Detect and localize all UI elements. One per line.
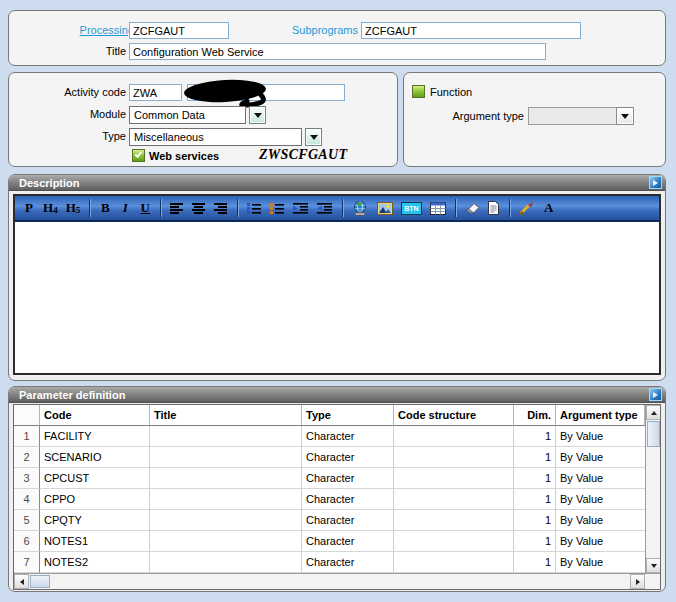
align-left-button[interactable] (167, 198, 187, 218)
cell-code[interactable]: SCENARIO (40, 447, 150, 468)
erase-button[interactable] (462, 198, 483, 218)
cell-dim[interactable]: 1 (514, 531, 556, 552)
cell-code[interactable]: FACILITY (40, 426, 150, 447)
title-input[interactable] (129, 43, 546, 60)
row-number[interactable]: 4 (14, 489, 40, 510)
scroll-left-button[interactable] (14, 574, 29, 589)
cell-dim[interactable]: 1 (514, 510, 556, 531)
cell-dim[interactable]: 1 (514, 426, 556, 447)
activity-panel: Activity code Module Common Data Type Mi… (8, 72, 398, 167)
source-document-button[interactable] (485, 198, 503, 218)
bullet-list-button[interactable] (244, 198, 265, 218)
editor-content-area[interactable] (15, 222, 659, 373)
insert-button-button[interactable]: BTN (398, 198, 424, 218)
cell-code[interactable]: NOTES1 (40, 531, 150, 552)
horizontal-scroll-thumb[interactable] (30, 575, 50, 588)
subprograms-input[interactable] (361, 22, 581, 39)
heading4-sub-label: 4 (53, 205, 58, 215)
cell-code-structure[interactable] (394, 489, 514, 510)
align-right-button[interactable] (211, 198, 231, 218)
module-dropdown-arrow-icon[interactable] (249, 106, 266, 124)
cell-argument-type[interactable]: By Value (556, 531, 645, 552)
cell-code-structure[interactable] (394, 426, 514, 447)
cell-argument-type[interactable]: By Value (556, 552, 645, 573)
horizontal-scroll-track[interactable] (51, 574, 630, 589)
argument-type-select[interactable] (528, 107, 617, 125)
scroll-up-button[interactable] (646, 405, 660, 420)
web-services-checkbox[interactable] (132, 149, 145, 162)
vertical-scroll-track[interactable] (646, 448, 660, 558)
cell-type[interactable]: Character (302, 552, 394, 573)
cell-dim[interactable]: 1 (514, 552, 556, 573)
expand-section-icon[interactable] (649, 176, 662, 189)
horizontal-scrollbar[interactable] (14, 573, 660, 589)
font-color-button[interactable]: A (540, 198, 558, 218)
bold-button[interactable]: B (96, 198, 114, 218)
cell-title[interactable] (150, 489, 302, 510)
paragraph-button[interactable]: P (20, 198, 38, 218)
row-number[interactable]: 6 (14, 531, 40, 552)
cell-type[interactable]: Character (302, 447, 394, 468)
cell-title[interactable] (150, 552, 302, 573)
vertical-scroll-thumb[interactable] (647, 421, 660, 447)
cell-type[interactable]: Character (302, 468, 394, 489)
cell-code-structure[interactable] (394, 531, 514, 552)
cell-title[interactable] (150, 447, 302, 468)
cell-argument-type[interactable]: By Value (556, 447, 645, 468)
argument-type-dropdown-arrow-icon[interactable] (616, 107, 634, 125)
cell-code[interactable]: CPCUST (40, 468, 150, 489)
module-select[interactable]: Common Data (129, 106, 246, 124)
indent-button[interactable] (290, 198, 312, 218)
cell-title[interactable] (150, 468, 302, 489)
scroll-right-button[interactable] (630, 574, 645, 589)
insert-table-button[interactable] (427, 198, 449, 218)
cell-code-structure[interactable] (394, 447, 514, 468)
outdent-button[interactable] (314, 198, 336, 218)
processing-input[interactable] (129, 22, 229, 39)
cell-dim[interactable]: 1 (514, 468, 556, 489)
underline-button[interactable]: U (136, 198, 154, 218)
cell-argument-type[interactable]: By Value (556, 489, 645, 510)
cell-title[interactable] (150, 426, 302, 447)
cell-type[interactable]: Character (302, 489, 394, 510)
numbered-list-button[interactable] (267, 198, 288, 218)
type-dropdown-arrow-icon[interactable] (305, 128, 322, 146)
row-number[interactable]: 3 (14, 468, 40, 489)
function-checkbox[interactable] (412, 85, 425, 98)
cell-code[interactable]: CPQTY (40, 510, 150, 531)
cell-title[interactable] (150, 531, 302, 552)
cell-code[interactable]: CPPO (40, 489, 150, 510)
processing-link[interactable]: Processing (49, 24, 134, 36)
parameters-section-title: Parameter definition (19, 389, 125, 401)
cell-dim[interactable]: 1 (514, 447, 556, 468)
cell-code-structure[interactable] (394, 468, 514, 489)
cell-code-structure[interactable] (394, 552, 514, 573)
cell-type[interactable]: Character (302, 426, 394, 447)
type-select[interactable]: Miscellaneous (129, 128, 302, 146)
row-number[interactable]: 2 (14, 447, 40, 468)
row-number[interactable]: 7 (14, 552, 40, 573)
subprograms-link[interactable]: Subprograms (274, 24, 358, 36)
insert-link-button[interactable] (349, 198, 372, 218)
activity-code-input[interactable] (129, 84, 182, 101)
cell-type[interactable]: Character (302, 531, 394, 552)
expand-section-icon[interactable] (649, 388, 662, 401)
cell-code[interactable]: NOTES2 (40, 552, 150, 573)
heading5-button[interactable]: H5 (63, 198, 84, 218)
heading4-button[interactable]: H4 (40, 198, 61, 218)
cell-type[interactable]: Character (302, 510, 394, 531)
align-center-button[interactable] (189, 198, 209, 218)
scroll-down-button[interactable] (646, 558, 660, 573)
format-paint-button[interactable] (516, 198, 538, 218)
vertical-scrollbar[interactable] (645, 405, 660, 573)
italic-button[interactable]: I (116, 198, 134, 218)
cell-dim[interactable]: 1 (514, 489, 556, 510)
row-number[interactable]: 5 (14, 510, 40, 531)
row-number[interactable]: 1 (14, 426, 40, 447)
cell-code-structure[interactable] (394, 510, 514, 531)
cell-argument-type[interactable]: By Value (556, 468, 645, 489)
insert-image-button[interactable] (374, 198, 396, 218)
cell-argument-type[interactable]: By Value (556, 426, 645, 447)
cell-argument-type[interactable]: By Value (556, 510, 645, 531)
cell-title[interactable] (150, 510, 302, 531)
